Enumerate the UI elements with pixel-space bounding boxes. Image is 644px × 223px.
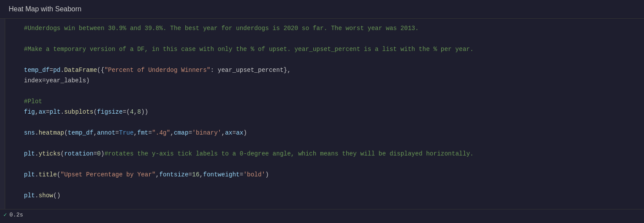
code-token: . [35,149,38,159]
code-token: fmt [138,128,148,138]
code-token: ({ [97,65,104,75]
code-container: #Underdogs win between 30.9% and 39.8%. … [0,19,644,220]
code-token: : year_upset_percent}, [211,65,291,75]
code-token: ax [225,128,232,138]
code-token: , [221,128,225,138]
code-line: fig, ax = plt.subplots(figsize=(4,8)) [24,107,635,117]
code-token: ax [39,107,46,117]
code-token: #Underdogs win between 30.9% and 39.8%. … [24,23,419,34]
code-token: ) [101,149,104,159]
code-token: , [134,128,137,138]
code-token: plt [24,149,35,159]
code-token: subplots [64,107,93,117]
code-token: #Plot [24,96,42,107]
code-token: ( [57,169,60,180]
code-token: fontweight [203,169,240,180]
code-token: pd [53,65,60,75]
code-token: = [50,65,53,75]
code-line: plt.yticks(rotation=0) #rotates the y-ax… [24,149,635,159]
code-token: annot [97,128,115,138]
code-token: plt [50,107,60,117]
code-line: plt.show() [24,190,635,201]
code-line [24,138,635,149]
code-token: . [35,128,38,138]
code-token: = [232,128,236,138]
code-token: =( [123,107,130,117]
code-line [24,34,635,44]
code-token: sns [24,128,35,138]
execution-time: 0.2s [10,212,23,218]
code-token: ) [265,169,269,180]
code-token: = [115,128,119,138]
code-token: figsize [97,107,123,117]
code-token: ax [236,128,243,138]
code-token: ( [60,149,64,159]
code-token: #rotates the y-axis tick labels to a 0-d… [104,149,474,159]
code-line: #Make a temporary version of a DF, in th… [24,44,635,54]
code-token: ( [94,107,97,117]
code-token: plt [24,169,35,180]
code-token: 'bold' [243,169,265,180]
code-token: title [39,169,57,180]
code-token: = [188,128,192,138]
code-token: rotation [64,149,93,159]
status-bar: ✓ 0.2s [0,209,644,220]
code-token: heatmap [39,128,64,138]
code-token: = [188,169,192,180]
code-line: sns.heatmap(temp_df, annot=True, fmt=".4… [24,128,635,138]
title-bar: Heat Map with Seaborn [0,0,644,19]
code-token: 4 [130,107,134,117]
code-token: "Percent of Underdog Winners" [104,65,211,75]
code-token: 'binary' [192,128,221,138]
code-editor: #Underdogs win between 30.9% and 39.8%. … [0,23,644,201]
code-token: cmap [174,128,189,138]
code-line: index=year_labels) [24,75,635,86]
code-token: 16 [192,169,200,180]
code-token: 0 [97,149,101,159]
code-line [24,159,635,169]
code-token: = [240,169,243,180]
code-token: , [170,128,174,138]
code-token: . [35,190,38,201]
code-token: index=year_labels) [24,75,90,86]
code-token: , [94,128,97,138]
code-token: ( [64,128,67,138]
code-token: . [60,107,64,117]
code-token: . [60,65,64,75]
code-line [24,180,635,190]
code-token: . [35,169,38,180]
code-token: plt [24,190,35,201]
code-token: fontsize [159,169,188,180]
code-token: temp_df [68,128,94,138]
code-line: #Plot [24,96,635,107]
code-token: temp_df [24,65,50,75]
code-token: ".4g" [152,128,170,138]
code-token: #Make a temporary version of a DF, in th… [24,44,473,54]
code-line: #Underdogs win between 30.9% and 39.8%. … [24,23,635,34]
code-token: ) [243,128,247,138]
code-token: = [148,128,152,138]
code-token: DataFrame [64,65,97,75]
code-line: plt.title("Upset Percentage by Year", fo… [24,169,635,180]
success-icon: ✓ [3,211,7,218]
code-line [24,86,635,96]
code-line: temp_df = pd.DataFrame({"Percent of Unde… [24,65,635,75]
code-token: show [39,190,54,201]
code-token: fig [24,107,35,117]
code-token: True [119,128,134,138]
code-token: 8 [138,107,141,117]
code-line [24,54,635,65]
code-token: = [94,149,97,159]
code-token: = [46,107,49,117]
code-token: , [199,169,203,180]
code-token: , [155,169,159,180]
code-line [24,117,635,128]
page-title: Heat Map with Seaborn [9,5,635,13]
code-token: )) [141,107,148,117]
code-token: , [134,107,137,117]
code-token: , [35,107,38,117]
code-token: () [53,190,60,201]
code-token: "Upset Percentage by Year" [60,169,155,180]
gutter [0,19,5,220]
code-token: yticks [39,149,60,159]
